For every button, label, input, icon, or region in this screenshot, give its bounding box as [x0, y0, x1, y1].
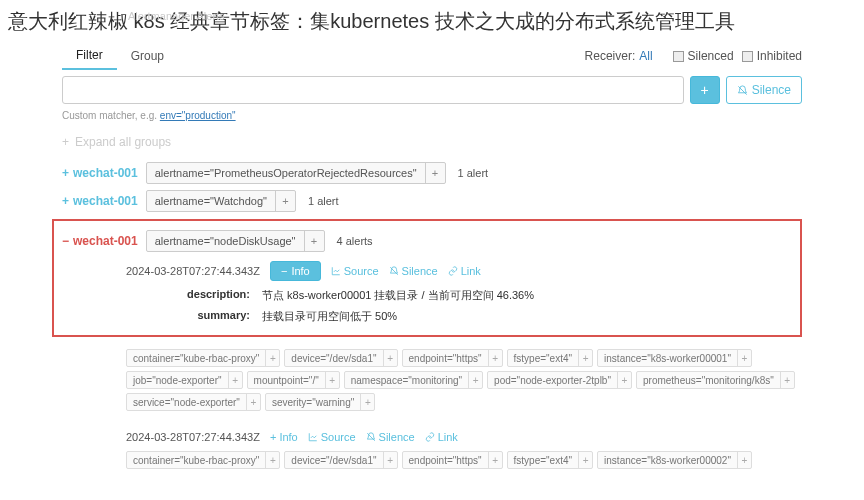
label-tag[interactable]: container="kube-rbac-proxy"+ — [126, 451, 280, 469]
alert-labels: container="kube-rbac-proxy"+device="/dev… — [62, 345, 802, 415]
add-filter-icon[interactable]: + — [617, 372, 631, 388]
alert-group-row: + wechat-001 alertname="PrometheusOperat… — [62, 159, 802, 187]
minus-icon: − — [281, 265, 287, 277]
plus-icon: + — [62, 194, 69, 208]
label-tag[interactable]: severity="warning"+ — [265, 393, 375, 411]
matcher-chip[interactable]: alertname="nodeDiskUsage" + — [146, 230, 325, 252]
label-tag[interactable]: fstype="ext4"+ — [507, 451, 594, 469]
label-tag[interactable]: instance="k8s-worker00002"+ — [597, 451, 752, 469]
bell-off-icon — [737, 85, 748, 96]
add-filter-icon[interactable]: + — [228, 372, 242, 388]
label-tag[interactable]: container="kube-rbac-proxy"+ — [126, 349, 280, 367]
alert-group-row: − wechat-001 alertname="nodeDiskUsage" +… — [62, 227, 792, 255]
label-tag[interactable]: job="node-exporter"+ — [126, 371, 243, 389]
matcher-input[interactable] — [62, 76, 684, 104]
label-tag[interactable]: service="node-exporter"+ — [126, 393, 261, 411]
add-filter-icon[interactable]: + — [737, 350, 751, 366]
label-tag[interactable]: fstype="ext4"+ — [507, 349, 594, 367]
label-tag[interactable]: prometheus="monitoring/k8s"+ — [636, 371, 795, 389]
bell-off-icon — [366, 432, 376, 442]
annotation-description: description: 节点 k8s-worker00001 挂载目录 / 当… — [62, 285, 792, 306]
silence-link[interactable]: Silence — [366, 431, 415, 443]
add-filter-icon[interactable]: + — [488, 452, 502, 468]
label-tag[interactable]: device="/dev/sda1"+ — [284, 349, 397, 367]
alert-timestamp: 2024-03-28T07:27:44.343Z — [126, 265, 260, 277]
plus-icon: + — [62, 166, 69, 180]
inhibited-checkbox[interactable]: Inhibited — [742, 49, 802, 63]
chart-icon — [331, 266, 341, 276]
group-toggle[interactable]: + wechat-001 — [62, 166, 138, 180]
second-alert: 2024-03-28T07:27:44.343Z + Info Source S… — [62, 415, 802, 473]
highlighted-alert-group: − wechat-001 alertname="nodeDiskUsage" +… — [52, 219, 802, 337]
group-toggle[interactable]: + wechat-001 — [62, 194, 138, 208]
add-filter-icon[interactable]: + — [468, 372, 482, 388]
alert-detail-row: 2024-03-28T07:27:44.343Z + Info Source S… — [62, 425, 802, 447]
alert-detail-row: 2024-03-28T07:27:44.343Z − Info Source S… — [62, 255, 792, 285]
add-filter-icon[interactable]: + — [425, 163, 445, 183]
label-tag[interactable]: device="/dev/sda1"+ — [284, 451, 397, 469]
add-filter-icon[interactable]: + — [780, 372, 794, 388]
silenced-checkbox[interactable]: Silenced — [673, 49, 734, 63]
link-link[interactable]: Link — [448, 265, 481, 277]
alert-timestamp: 2024-03-28T07:27:44.343Z — [126, 431, 260, 443]
add-filter-icon[interactable]: + — [265, 452, 279, 468]
link-icon — [448, 266, 458, 276]
minus-icon: − — [62, 234, 69, 248]
add-filter-icon[interactable]: + — [488, 350, 502, 366]
expand-all-groups[interactable]: + Expand all groups — [62, 131, 802, 159]
info-button-collapsed[interactable]: + Info — [270, 431, 298, 443]
background-breadcrumb: Alertmanager Alerts — [128, 10, 225, 22]
add-matcher-button[interactable]: + — [690, 76, 720, 104]
bell-off-icon — [389, 266, 399, 276]
source-link[interactable]: Source — [308, 431, 356, 443]
silence-button[interactable]: Silence — [726, 76, 802, 104]
matcher-chip[interactable]: alertname="Watchdog" + — [146, 190, 296, 212]
receiver-value[interactable]: All — [639, 49, 652, 63]
label-tag[interactable]: pod="node-exporter-2tplb"+ — [487, 371, 632, 389]
nav-row: Filter Group Receiver: All Silenced Inhi… — [62, 38, 802, 72]
tab-group[interactable]: Group — [117, 43, 178, 69]
add-filter-icon[interactable]: + — [383, 452, 397, 468]
add-filter-icon[interactable]: + — [383, 350, 397, 366]
link-link[interactable]: Link — [425, 431, 458, 443]
add-filter-icon[interactable]: + — [360, 394, 374, 410]
annotation-summary: summary: 挂载目录可用空间低于 50% — [62, 306, 792, 327]
add-filter-icon[interactable]: + — [737, 452, 751, 468]
info-button[interactable]: − Info — [270, 261, 321, 281]
add-filter-icon[interactable]: + — [265, 350, 279, 366]
alert-labels: container="kube-rbac-proxy"+device="/dev… — [62, 447, 802, 473]
group-toggle-expanded[interactable]: − wechat-001 — [62, 234, 138, 248]
alerts-panel: Filter Group Receiver: All Silenced Inhi… — [62, 38, 802, 473]
add-filter-icon[interactable]: + — [304, 231, 324, 251]
label-tag[interactable]: endpoint="https"+ — [402, 451, 503, 469]
matcher-hint: Custom matcher, e.g. env="production" — [62, 108, 802, 131]
alert-count: 4 alerts — [337, 235, 373, 247]
link-icon — [425, 432, 435, 442]
source-link[interactable]: Source — [331, 265, 379, 277]
hint-example-link[interactable]: env="production" — [160, 110, 236, 121]
add-filter-icon[interactable]: + — [275, 191, 295, 211]
search-row: + Silence — [62, 72, 802, 108]
label-tag[interactable]: instance="k8s-worker00001"+ — [597, 349, 752, 367]
tab-filter[interactable]: Filter — [62, 42, 117, 70]
plus-icon: + — [62, 135, 69, 149]
label-tag[interactable]: endpoint="https"+ — [402, 349, 503, 367]
add-filter-icon[interactable]: + — [325, 372, 339, 388]
receiver-label: Receiver: — [585, 49, 636, 63]
add-filter-icon[interactable]: + — [578, 452, 592, 468]
alert-group-row: + wechat-001 alertname="Watchdog" + 1 al… — [62, 187, 802, 215]
silence-link[interactable]: Silence — [389, 265, 438, 277]
matcher-chip[interactable]: alertname="PrometheusOperatorRejectedRes… — [146, 162, 446, 184]
label-tag[interactable]: namespace="monitoring"+ — [344, 371, 483, 389]
add-filter-icon[interactable]: + — [246, 394, 260, 410]
alert-count: 1 alert — [458, 167, 489, 179]
alert-count: 1 alert — [308, 195, 339, 207]
add-filter-icon[interactable]: + — [578, 350, 592, 366]
chart-icon — [308, 432, 318, 442]
label-tag[interactable]: mountpoint="/"+ — [247, 371, 340, 389]
plus-icon: + — [270, 431, 276, 443]
